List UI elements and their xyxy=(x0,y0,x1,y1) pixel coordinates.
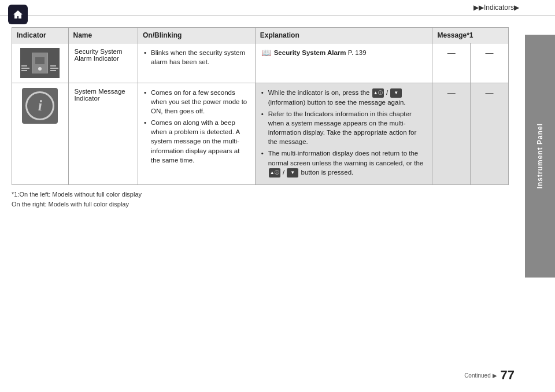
breadcrumb: ▶▶Indicators▶ xyxy=(472,3,520,12)
indicator-cell-alarm xyxy=(12,43,69,83)
alarm-indicator-image xyxy=(20,48,60,78)
col-header-message: Message*1 xyxy=(432,28,509,43)
alarm-name-label: Security System Alarm Indicator xyxy=(75,48,123,62)
info-btn-icon-3: ▲ⓘ xyxy=(269,168,280,177)
col-header-explanation: Explanation xyxy=(255,28,432,43)
top-bar: ▶▶Indicators▶ xyxy=(0,0,555,16)
table-row-system-message: i System Message Indicator Comes on for … xyxy=(12,83,509,185)
footer-note-line1: *1:On the left: Models without full colo… xyxy=(12,190,515,200)
alarm-explanation-text: Security System Alarm P. 139 xyxy=(274,49,367,56)
alarm-onblink-cell: Blinks when the security system alarm ha… xyxy=(138,43,256,83)
col-header-name: Name xyxy=(68,28,138,43)
info-circle-icon: i xyxy=(25,91,54,120)
info-btn-icon-4: ▼ xyxy=(287,168,298,177)
main-content: Indicator Name On/Blinking Explanation M… xyxy=(0,16,555,221)
sysmsg-msg2-cell: — xyxy=(471,83,509,185)
info-btn-icon-1: ▲ⓘ xyxy=(372,88,384,98)
sysmsg-name-label: System Message Indicator xyxy=(75,88,125,102)
indicator-cell-sysmsg: i xyxy=(12,83,69,185)
alarm-explanation-link: 📖 Security System Alarm P. 139 xyxy=(261,48,427,57)
page-number: 77 xyxy=(501,368,515,383)
sysmsg-explanation-item-0: While the indicator is on, press the ▲ⓘ … xyxy=(261,88,427,107)
continued-label: Continued ▶ xyxy=(464,372,497,379)
table-row-security-alarm: Security System Alarm Indicator Blinks w… xyxy=(12,43,509,83)
alarm-explanation-cell: 📖 Security System Alarm P. 139 xyxy=(255,43,432,83)
alarm-indicator-inner xyxy=(21,53,58,73)
sysmsg-msg1-cell: — xyxy=(432,83,471,185)
alarm-msg1-cell: — xyxy=(432,43,471,83)
sysmsg-onblink-cell: Comes on for a few seconds when you set … xyxy=(138,83,256,185)
indicator-table: Indicator Name On/Blinking Explanation M… xyxy=(12,27,509,185)
sysmsg-onblink-item-0: Comes on for a few seconds when you set … xyxy=(144,88,249,116)
alarm-onblink-item: Blinks when the security system alarm ha… xyxy=(144,48,249,66)
sysmsg-explanation-item-2: The multi-information display does not r… xyxy=(261,149,427,177)
alarm-msg2-cell: — xyxy=(471,43,509,83)
footer-note: *1:On the left: Models without full colo… xyxy=(12,190,515,210)
sysmsg-explanation-item-1: Refer to the Indicators information in t… xyxy=(261,109,427,146)
info-btn-icon-2: ▼ xyxy=(390,88,402,98)
book-icon: 📖 xyxy=(261,48,272,57)
sysmsg-name-cell: System Message Indicator xyxy=(68,83,138,185)
col-header-indicator: Indicator xyxy=(12,28,69,43)
system-message-indicator-image: i xyxy=(22,88,58,124)
sysmsg-explanation-list: While the indicator is on, press the ▲ⓘ … xyxy=(261,88,427,177)
sysmsg-explanation-cell: While the indicator is on, press the ▲ⓘ … xyxy=(255,83,432,185)
footer-note-line2: On the right: Models with full color dis… xyxy=(12,199,515,210)
sysmsg-onblink-item-1: Comes on along with a beep when a proble… xyxy=(144,118,249,164)
alarm-onblink-list: Blinks when the security system alarm ha… xyxy=(144,48,249,66)
sysmsg-onblink-list: Comes on for a few seconds when you set … xyxy=(144,88,249,165)
page-footer: Continued ▶ 77 xyxy=(464,368,515,383)
col-header-onblinking: On/Blinking xyxy=(138,28,256,43)
alarm-name-cell: Security System Alarm Indicator xyxy=(68,43,138,83)
